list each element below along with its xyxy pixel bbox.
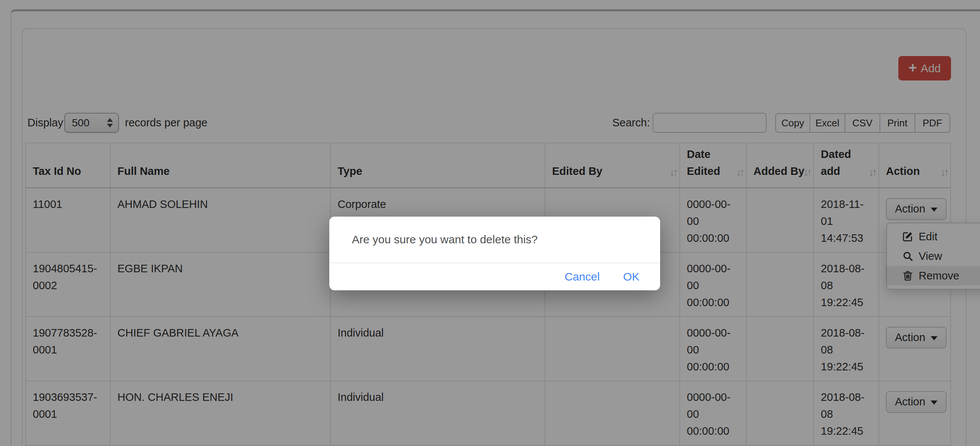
dialog-footer: Cancel OK [329,262,660,290]
page: + Add Display 500 records per page Searc… [0,0,980,446]
confirm-dialog: Are you sure you want to delete this? Ca… [329,217,660,290]
dialog-message: Are you sure you want to delete this? [352,233,538,246]
cancel-button[interactable]: Cancel [565,270,600,283]
ok-button[interactable]: OK [623,270,640,283]
